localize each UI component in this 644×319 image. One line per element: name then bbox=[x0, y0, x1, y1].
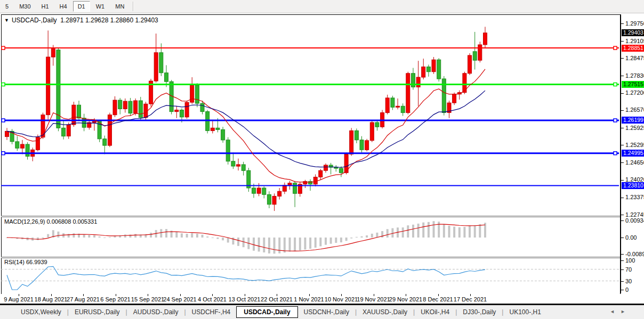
macd-histogram-bar bbox=[387, 229, 389, 238]
macd-histogram-bar bbox=[458, 227, 461, 238]
macd-histogram-bar bbox=[325, 238, 327, 245]
tab-ukoil-h4[interactable]: UKOil-,H4 bbox=[415, 306, 455, 318]
macd-histogram-bar bbox=[361, 236, 363, 238]
candle bbox=[241, 165, 245, 170]
candle bbox=[190, 85, 194, 102]
timeframe-button-H1[interactable]: H1 bbox=[37, 1, 54, 12]
tab-audusd-daily[interactable]: AUDUSD-,Daily bbox=[127, 306, 184, 318]
macd-histogram-bar bbox=[42, 238, 44, 239]
candle bbox=[211, 128, 214, 130]
macd-histogram-bar bbox=[103, 238, 106, 238]
price-axis-label: 1.24650 bbox=[625, 159, 644, 166]
date-label: 18 Aug 2021 bbox=[35, 296, 68, 302]
tab-usdcnh-daily[interactable]: USDCNH-,Daily bbox=[298, 306, 355, 318]
axis-tick bbox=[621, 41, 624, 42]
price-axis[interactable]: 1.297501.291051.284751.278301.272001.265… bbox=[620, 14, 644, 293]
macd-histogram-bar bbox=[453, 227, 455, 238]
macd-histogram-bar bbox=[273, 238, 276, 253]
tab-usdcad-daily[interactable]: USDCAD-,Daily bbox=[236, 306, 297, 318]
date-label: 6 Sep 2021 bbox=[100, 296, 130, 302]
candle bbox=[468, 55, 472, 73]
macd-histogram-bar bbox=[83, 234, 85, 238]
candle bbox=[144, 104, 148, 118]
macd-histogram-bar bbox=[88, 235, 90, 238]
tab-dj30-daily[interactable]: DJ30-,Daily bbox=[457, 306, 502, 318]
price-axis-label: 1.29105 bbox=[625, 38, 644, 44]
timeframe-button-H4[interactable]: H4 bbox=[55, 1, 72, 12]
axis-tick bbox=[621, 110, 624, 111]
candle bbox=[62, 128, 66, 136]
macd-axis-label: 0.00 bbox=[625, 234, 637, 241]
tab-eurusd-daily[interactable]: EURUSD-,Daily bbox=[69, 306, 126, 318]
candle bbox=[200, 103, 204, 111]
macd-histogram-bar bbox=[366, 235, 368, 238]
macd-histogram-bar bbox=[356, 237, 358, 238]
macd-histogram-bar bbox=[463, 227, 465, 238]
macd-histogram-bar bbox=[335, 238, 337, 243]
candle bbox=[272, 196, 276, 204]
candle bbox=[67, 125, 70, 136]
price-axis-label: 1.26570 bbox=[625, 107, 644, 113]
rsi-panel[interactable] bbox=[0, 259, 620, 293]
macd-histogram-bar bbox=[428, 222, 430, 238]
macd-histogram-bar bbox=[237, 238, 239, 246]
macd-histogram-bar bbox=[150, 233, 152, 238]
rsi-axis-label: 30 bbox=[625, 278, 632, 284]
candle bbox=[46, 57, 50, 115]
price-axis-label: 1.27830 bbox=[625, 72, 644, 79]
macd-histogram-bar bbox=[165, 229, 167, 238]
macd-histogram-bar bbox=[479, 224, 481, 238]
axis-tick bbox=[621, 93, 624, 94]
timeframe-button-W1[interactable]: W1 bbox=[91, 1, 110, 12]
tab-scroll-left-icon[interactable]: ◄ bbox=[610, 309, 615, 314]
tab-usdx-weekly[interactable]: USDX,Weekly bbox=[15, 306, 67, 318]
candle bbox=[165, 73, 168, 81]
macd-histogram-bar bbox=[263, 238, 265, 252]
date-label: 29 Nov 2021 bbox=[389, 296, 422, 302]
price-badge: 1.24995 bbox=[622, 150, 644, 157]
timeframe-button-MN[interactable]: MN bbox=[110, 1, 129, 12]
candle bbox=[339, 168, 343, 173]
candle bbox=[324, 165, 328, 170]
tab-xauusd-daily[interactable]: XAUUSD-,Daily bbox=[357, 306, 413, 318]
rsi-line bbox=[7, 266, 485, 290]
candle bbox=[473, 52, 477, 60]
price-chart-panel[interactable] bbox=[0, 15, 620, 216]
macd-histogram-bar bbox=[474, 225, 476, 238]
candle bbox=[478, 45, 482, 60]
candle bbox=[5, 131, 9, 136]
candle bbox=[185, 102, 189, 117]
macd-histogram-bar bbox=[304, 238, 306, 250]
tab-usdchf-h4[interactable]: USDCHF-,H4 bbox=[186, 306, 237, 318]
macd-histogram-bar bbox=[402, 227, 404, 238]
price-badge: 1.27515 bbox=[622, 81, 644, 88]
candle bbox=[128, 101, 132, 113]
date-axis[interactable]: 9 Aug 202118 Aug 202127 Aug 20216 Sep 20… bbox=[0, 294, 644, 304]
date-label: 10 Nov 2021 bbox=[325, 296, 358, 302]
tab-scroll-right-icon[interactable]: ► bbox=[621, 309, 625, 314]
price-badge: 1.29403 bbox=[622, 29, 644, 36]
candle bbox=[416, 77, 420, 87]
timeframe-button-M30[interactable]: M30 bbox=[14, 1, 35, 12]
macd-histogram-bar bbox=[350, 238, 352, 239]
timeframe-button-D1[interactable]: D1 bbox=[73, 1, 90, 12]
level-handle bbox=[614, 46, 617, 50]
timeframe-button-5[interactable]: 5 bbox=[1, 1, 13, 12]
candle bbox=[437, 60, 441, 79]
candle bbox=[134, 101, 138, 113]
candle bbox=[15, 142, 19, 148]
candle bbox=[375, 122, 379, 127]
candle bbox=[36, 137, 39, 150]
price-axis-label: 1.23375 bbox=[625, 194, 644, 200]
macd-histogram-bar bbox=[407, 225, 409, 238]
candle bbox=[453, 94, 456, 103]
tab-uk100-h1[interactable]: UK100-,H1 bbox=[503, 306, 546, 318]
macd-histogram-bar bbox=[422, 223, 424, 238]
candle bbox=[262, 188, 266, 194]
macd-histogram-bar bbox=[68, 234, 70, 238]
candle bbox=[257, 188, 261, 193]
macd-panel[interactable] bbox=[0, 217, 620, 256]
macd-histogram-bar bbox=[289, 238, 291, 252]
axis-tick bbox=[621, 23, 624, 24]
date-label: 27 Aug 2021 bbox=[67, 296, 100, 302]
